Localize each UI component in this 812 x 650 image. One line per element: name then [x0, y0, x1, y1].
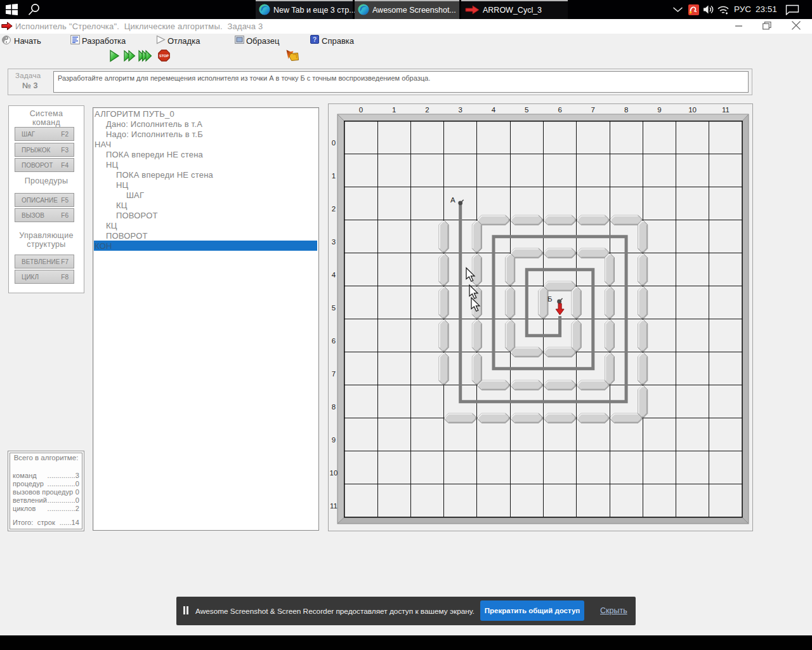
svg-text:А: А: [450, 196, 455, 204]
svg-text:6: 6: [332, 337, 336, 345]
svg-text:7: 7: [591, 106, 595, 114]
svg-text:STOP: STOP: [159, 54, 169, 58]
svg-text:7: 7: [332, 370, 336, 378]
svg-text:0: 0: [359, 106, 363, 114]
svg-text:9: 9: [657, 106, 661, 114]
svg-text:1: 1: [392, 106, 396, 114]
svg-text:3: 3: [458, 106, 462, 114]
svg-text:3: 3: [332, 238, 336, 246]
svg-text:5: 5: [332, 304, 336, 312]
svg-text:4: 4: [332, 271, 336, 279]
svg-text:0: 0: [332, 139, 336, 147]
svg-text:1: 1: [332, 172, 336, 180]
svg-text:11: 11: [330, 502, 337, 510]
svg-text:2: 2: [332, 205, 336, 213]
svg-text:Б: Б: [547, 295, 553, 303]
svg-text:10: 10: [688, 106, 697, 114]
svg-text:2: 2: [425, 106, 429, 114]
svg-text:10: 10: [330, 469, 338, 477]
svg-text:6: 6: [558, 106, 561, 114]
svg-text:5: 5: [525, 106, 528, 114]
svg-text:8: 8: [332, 403, 336, 411]
svg-text:11: 11: [722, 106, 730, 114]
svg-text:4: 4: [492, 106, 496, 114]
svg-text:8: 8: [624, 106, 628, 114]
svg-text:9: 9: [332, 436, 336, 444]
svg-text:?: ?: [313, 36, 317, 43]
